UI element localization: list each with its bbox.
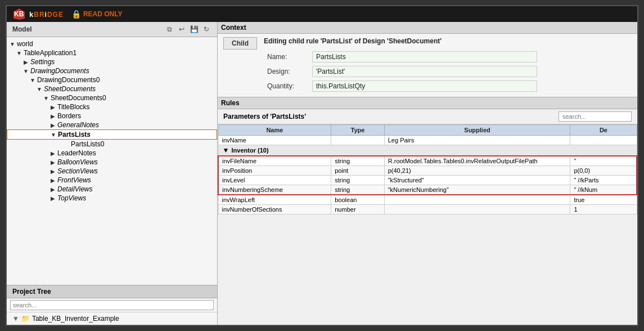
toggle-sheetdocuments0[interactable]: ▼ <box>43 95 49 101</box>
tree-item-sheetdocuments0[interactable]: ▼ SheetDocuments0 <box>7 93 217 102</box>
tree-item-topviews[interactable]: ▶ TopViews <box>7 194 217 203</box>
table-row-inventor-group[interactable]: ▼ Inventor (10) <box>218 145 637 156</box>
right-panel: Context Child Editing child rule 'PartsL… <box>218 22 637 325</box>
tree-label-sectionviews[interactable]: SectionViews <box>56 167 98 175</box>
cell-invnumofsections-default: 1 <box>570 205 637 214</box>
form-design-value: 'PartsList' <box>312 66 537 77</box>
context-body: Child Editing child rule 'PartsList' of … <box>218 34 637 97</box>
child-button[interactable]: Child <box>223 37 257 50</box>
tree-item-sheetdocuments[interactable]: ▼ SheetDocuments <box>7 84 217 93</box>
table-row-invposition[interactable]: invPosition point p(40,21) p(0,0) <box>218 166 637 176</box>
toggle-world[interactable]: ▼ <box>9 41 16 47</box>
app-name-label: kBRiDGE <box>29 10 64 19</box>
title-bar: KB kBRiDGE 🔒 READ ONLY <box>7 6 637 22</box>
form-quantity-label: Quantity: <box>264 79 309 93</box>
project-item-label[interactable]: Table_KB_Inventor_Example <box>32 315 119 323</box>
tree-item-drawingdocuments0[interactable]: ▼ DrawingDocuments0 <box>7 75 217 84</box>
lock-icon: 🔒 <box>71 10 81 19</box>
cell-invname-name: invName <box>218 136 331 145</box>
tree-item-drawingdocuments[interactable]: ▼ DrawingDocuments <box>7 66 217 75</box>
toggle-borders[interactable]: ▶ <box>49 113 56 119</box>
toggle-sheetdocuments[interactable]: ▼ <box>36 86 43 92</box>
tree-item-balloonviews[interactable]: ▶ BalloonViews <box>7 158 217 167</box>
tree-item-tableapplication1[interactable]: ▼ TableApplication1 <box>7 48 217 57</box>
tree-item-world[interactable]: ▼ world <box>7 39 217 48</box>
toggle-topviews[interactable]: ▶ <box>49 195 56 202</box>
tree-label-frontviews[interactable]: FrontViews <box>56 176 91 184</box>
toggle-partslists[interactable]: ▼ <box>50 132 57 138</box>
toggle-sectionviews[interactable]: ▶ <box>49 168 56 175</box>
cell-invwrapleft-name: invWrapLeft <box>218 195 331 205</box>
cell-invname-supplied: Leg Pairs <box>384 136 570 145</box>
context-tab-label[interactable]: Context <box>221 24 246 32</box>
table-row-invlevel[interactable]: invLevel string "kStructured" " //kParts <box>218 176 637 185</box>
copy-icon[interactable]: ⧉ <box>164 24 174 34</box>
context-form: Name: PartsLists Design: 'PartsList' Qua… <box>264 50 541 93</box>
tree-label-world[interactable]: world <box>16 40 33 48</box>
refresh-icon[interactable]: ↻ <box>201 24 211 34</box>
form-design-label: Design: <box>264 64 309 79</box>
cell-invposition-default: p(0,0) <box>570 166 637 176</box>
project-tree-tab[interactable]: Project Tree <box>7 285 217 298</box>
cell-invposition-type: point <box>331 166 384 176</box>
tree-label-detailviews[interactable]: DetailViews <box>56 185 92 193</box>
cell-invname-type <box>331 136 384 145</box>
tree-label-drawingdocuments0[interactable]: DrawingDocuments0 <box>36 76 100 84</box>
model-tab-label[interactable]: Model <box>12 25 32 33</box>
tree-label-partslists0[interactable]: PartsLists0 <box>70 140 104 148</box>
tree-item-borders[interactable]: ▶ Borders <box>7 111 217 120</box>
project-search-bar <box>7 298 217 312</box>
tree-item-detailviews[interactable]: ▶ DetailViews <box>7 185 217 194</box>
tree-label-sheetdocuments[interactable]: SheetDocuments <box>43 85 96 93</box>
inventor-group-toggle[interactable]: ▼ <box>222 146 230 154</box>
project-item-table-kb[interactable]: ▼ 📁 Table_KB_Inventor_Example <box>7 312 217 325</box>
tree-item-titleblocks[interactable]: ▶ TitleBlocks <box>7 102 217 111</box>
rules-search-input[interactable] <box>559 111 632 122</box>
tree-label-tableapplication1[interactable]: TableApplication1 <box>22 49 76 57</box>
tree-item-partslists0[interactable]: PartsLists0 <box>7 140 217 149</box>
tree-item-frontviews[interactable]: ▶ FrontViews <box>7 176 217 185</box>
svg-text:KB: KB <box>14 10 24 18</box>
project-search-input[interactable] <box>10 300 214 310</box>
toggle-tableapplication1[interactable]: ▼ <box>16 50 22 56</box>
table-row-invnumofsections[interactable]: invNumberOfSections number 1 <box>218 205 637 214</box>
tree-item-settings[interactable]: ▶ Settings <box>7 57 217 66</box>
tree-label-sheetdocuments0[interactable]: SheetDocuments0 <box>49 94 106 102</box>
toggle-drawingdocuments0[interactable]: ▼ <box>29 77 36 83</box>
table-row-invfilename[interactable]: invFileName string R.rootModel.Tables.Ta… <box>218 156 637 166</box>
undo-icon[interactable]: ↩ <box>177 24 187 34</box>
toggle-frontviews[interactable]: ▶ <box>49 177 56 184</box>
toggle-detailviews[interactable]: ▶ <box>49 186 56 193</box>
rules-tab-label[interactable]: Rules <box>221 99 240 107</box>
toggle-generalnotes[interactable]: ▶ <box>49 122 56 128</box>
rules-parameters-title: Parameters of 'PartsLists' <box>223 113 306 120</box>
tree-label-balloonviews[interactable]: BalloonViews <box>56 158 98 166</box>
cell-invfilename-name: invFileName <box>218 156 331 166</box>
tree-label-titleblocks[interactable]: TitleBlocks <box>56 103 90 111</box>
tree-item-partslists[interactable]: ▼ PartsLists <box>7 129 217 140</box>
tree-label-settings[interactable]: Settings <box>29 58 55 66</box>
context-section: Context Child Editing child rule 'PartsL… <box>218 22 637 97</box>
folder-arrow-icon: ▼ <box>12 315 19 323</box>
toggle-balloonviews[interactable]: ▶ <box>49 159 56 166</box>
tree-label-generalnotes[interactable]: GeneralNotes <box>56 121 99 129</box>
tree-item-generalnotes[interactable]: ▶ GeneralNotes <box>7 120 217 129</box>
toggle-drawingdocuments[interactable]: ▼ <box>22 68 29 74</box>
tree-label-drawingdocuments[interactable]: DrawingDocuments <box>29 67 89 75</box>
tree-label-topviews[interactable]: TopViews <box>56 194 86 202</box>
tree-label-borders[interactable]: Borders <box>56 112 81 120</box>
params-table-container: Name Type Supplied De invName Le <box>218 124 637 325</box>
tree-item-sectionviews[interactable]: ▶ SectionViews <box>7 167 217 176</box>
cell-invnumofsections-name: invNumberOfSections <box>218 205 331 214</box>
toggle-leadernotes[interactable]: ▶ <box>49 150 56 156</box>
tree-label-partslists[interactable]: PartsLists <box>57 131 91 138</box>
tree-item-leadernotes[interactable]: ▶ LeaderNotes <box>7 149 217 158</box>
col-header-type: Type <box>331 125 384 136</box>
tree-label-leadernotes[interactable]: LeaderNotes <box>56 149 96 157</box>
table-row-invwrapleft[interactable]: invWrapLeft boolean true <box>218 195 637 205</box>
toggle-titleblocks[interactable]: ▶ <box>49 104 56 110</box>
save-icon[interactable]: 💾 <box>189 24 199 34</box>
toggle-settings[interactable]: ▶ <box>22 59 29 65</box>
table-row-invname[interactable]: invName Leg Pairs <box>218 136 637 145</box>
table-row-invnumberingscheme[interactable]: invNumberingScheme string "kNumericNumbe… <box>218 185 637 195</box>
